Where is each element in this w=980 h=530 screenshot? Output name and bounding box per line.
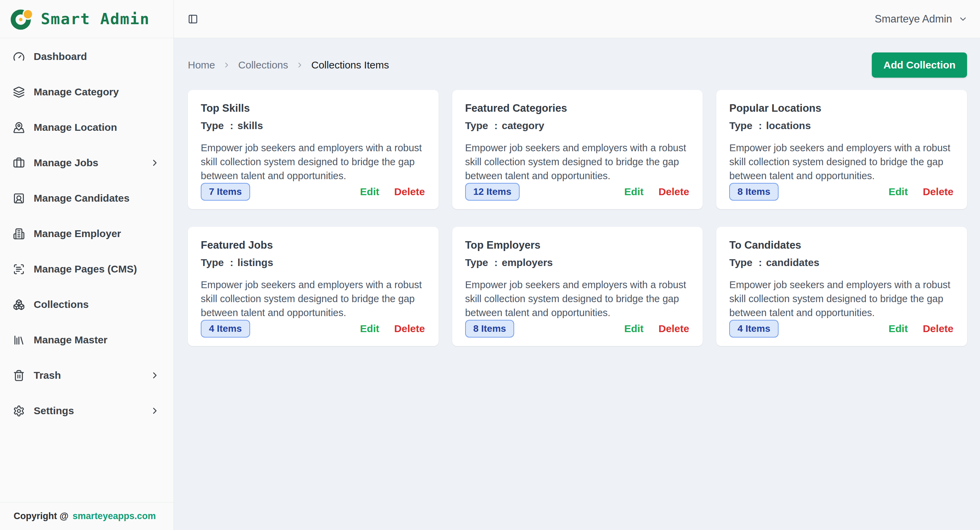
- delete-link[interactable]: Delete: [923, 186, 953, 198]
- edit-link[interactable]: Edit: [360, 323, 379, 334]
- breadcrumb: Home Collections Collections Items: [188, 59, 389, 71]
- items-count-badge[interactable]: 4 Items: [729, 320, 778, 338]
- sidebar-item-dashboard[interactable]: Dashboard: [8, 39, 166, 74]
- type-colon: :: [759, 120, 762, 131]
- collection-card: Featured Categories Type : category Empo…: [452, 90, 703, 209]
- map-pin-icon: [13, 121, 25, 134]
- delete-link[interactable]: Delete: [395, 186, 425, 198]
- edit-link[interactable]: Edit: [888, 323, 908, 334]
- sidebar-item-settings[interactable]: Settings: [8, 393, 166, 428]
- type-label: Type: [465, 120, 488, 131]
- edit-link[interactable]: Edit: [624, 323, 644, 334]
- sidebar-item-trash[interactable]: Trash: [8, 358, 166, 393]
- card-actions: Edit Delete: [888, 186, 953, 198]
- sidebar-item-label: Collections: [34, 299, 89, 310]
- edit-link[interactable]: Edit: [360, 186, 379, 198]
- scan-text-icon: [13, 263, 25, 275]
- sidebar-item-manage-pages-cms[interactable]: Manage Pages (CMS): [8, 251, 166, 287]
- collection-card: Popular Locations Type : locations Empow…: [716, 90, 967, 209]
- items-count-badge[interactable]: 4 Items: [201, 320, 250, 338]
- panel-left-icon: [188, 14, 198, 24]
- type-value: locations: [766, 120, 811, 131]
- sidebar-item-collections[interactable]: Collections: [8, 287, 166, 322]
- sidebar-item-manage-category[interactable]: Manage Category: [8, 74, 166, 110]
- card-type: Type : skills: [201, 120, 425, 131]
- card-actions: Edit Delete: [888, 323, 953, 334]
- sidebar-item-manage-jobs[interactable]: Manage Jobs: [8, 145, 166, 180]
- card-type: Type : locations: [729, 120, 953, 131]
- type-value: listings: [237, 257, 273, 268]
- card-description: Empower job seekers and employers with a…: [729, 278, 953, 320]
- card-description: Empower job seekers and employers with a…: [201, 278, 425, 320]
- items-count-badge[interactable]: 7 Items: [201, 183, 250, 201]
- items-count-badge[interactable]: 12 Items: [465, 183, 520, 201]
- card-type: Type : candidates: [729, 257, 953, 268]
- items-count-badge[interactable]: 8 Items: [729, 183, 778, 201]
- card-title: To Candidates: [729, 239, 953, 251]
- sidebar-footer: Copyright @ smarteyeapps.com: [0, 502, 173, 530]
- type-colon: :: [230, 257, 234, 268]
- card-actions: Edit Delete: [360, 323, 425, 334]
- user-menu-label: Smarteye Admin: [875, 13, 952, 25]
- chevron-right-icon: [150, 405, 160, 416]
- building-icon: [13, 228, 25, 240]
- add-collection-button[interactable]: Add Collection: [872, 53, 967, 78]
- gauge-icon: [13, 51, 25, 63]
- copyright-text: Copyright @: [14, 511, 68, 522]
- card-footer: 8 Items Edit Delete: [729, 183, 953, 201]
- sidebar-item-manage-candidates[interactable]: Manage Candidates: [8, 180, 166, 216]
- type-value: employers: [501, 257, 553, 268]
- card-footer: 12 Items Edit Delete: [465, 183, 689, 201]
- copyright-link[interactable]: smarteyeapps.com: [73, 511, 156, 522]
- sidebar-menu: Dashboard Manage Category Manage Locatio…: [0, 38, 173, 502]
- card-type: Type : employers: [465, 257, 689, 268]
- sidebar: Smart Admin Dashboard Manage Category Ma…: [0, 0, 174, 530]
- type-colon: :: [759, 257, 762, 268]
- card-actions: Edit Delete: [624, 186, 689, 198]
- card-footer: 8 Items Edit Delete: [465, 320, 689, 338]
- type-label: Type: [729, 120, 752, 131]
- card-description: Empower job seekers and employers with a…: [729, 141, 953, 183]
- edit-link[interactable]: Edit: [888, 186, 908, 198]
- edit-link[interactable]: Edit: [624, 186, 644, 198]
- sidebar-item-label: Manage Employer: [34, 228, 121, 239]
- gear-icon: [13, 405, 25, 417]
- card-description: Empower job seekers and employers with a…: [465, 278, 689, 320]
- breadcrumb-home[interactable]: Home: [188, 59, 215, 71]
- sidebar-toggle-button[interactable]: [185, 11, 200, 27]
- delete-link[interactable]: Delete: [395, 323, 425, 334]
- sidebar-item-manage-employer[interactable]: Manage Employer: [8, 216, 166, 251]
- type-value: category: [501, 120, 544, 131]
- sidebar-item-manage-master[interactable]: Manage Master: [8, 322, 166, 358]
- collection-card: Featured Jobs Type : listings Empower jo…: [188, 227, 439, 346]
- delete-link[interactable]: Delete: [659, 323, 689, 334]
- brand-logo[interactable]: Smart Admin: [0, 0, 173, 38]
- topbar: Smarteye Admin: [174, 0, 980, 38]
- sidebar-item-label: Dashboard: [34, 51, 87, 62]
- chevron-right-icon: [296, 61, 304, 69]
- sidebar-item-label: Trash: [34, 370, 61, 381]
- card-description: Empower job seekers and employers with a…: [465, 141, 689, 183]
- chevron-down-icon: [958, 14, 968, 24]
- brand-name: Smart Admin: [41, 10, 150, 28]
- layers-icon: [13, 86, 25, 98]
- card-footer: 4 Items Edit Delete: [201, 320, 425, 338]
- card-footer: 7 Items Edit Delete: [201, 183, 425, 201]
- type-label: Type: [465, 257, 488, 268]
- breadcrumb-collections[interactable]: Collections: [238, 59, 288, 71]
- type-label: Type: [729, 257, 752, 268]
- breadcrumb-current: Collections Items: [311, 59, 389, 71]
- type-value: candidates: [766, 257, 819, 268]
- items-count-badge[interactable]: 8 Items: [465, 320, 514, 338]
- library-icon: [13, 334, 25, 346]
- user-menu[interactable]: Smarteye Admin: [875, 13, 968, 25]
- collection-card: To Candidates Type : candidates Empower …: [716, 227, 967, 346]
- type-colon: :: [494, 257, 498, 268]
- card-title: Top Skills: [201, 102, 425, 115]
- sidebar-item-manage-location[interactable]: Manage Location: [8, 110, 166, 145]
- delete-link[interactable]: Delete: [659, 186, 689, 198]
- card-title: Top Employers: [465, 239, 689, 251]
- type-label: Type: [201, 120, 224, 131]
- delete-link[interactable]: Delete: [923, 323, 953, 334]
- sidebar-item-label: Manage Category: [34, 86, 119, 98]
